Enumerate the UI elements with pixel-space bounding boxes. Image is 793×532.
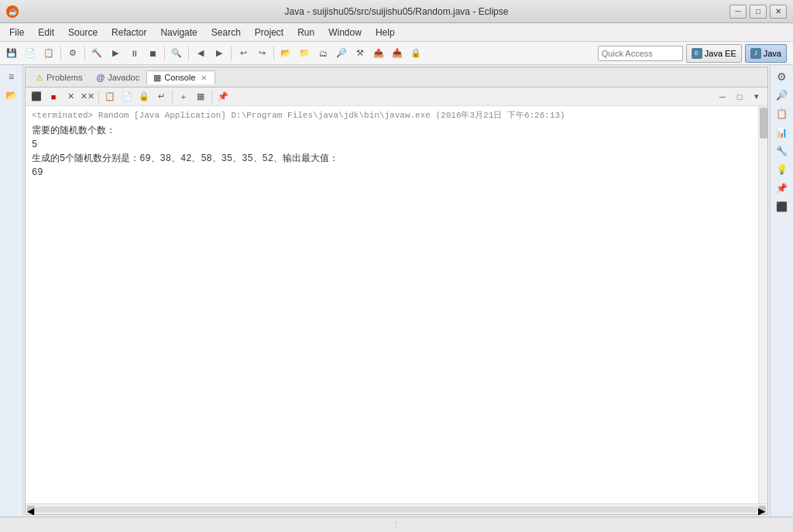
ctb-terminate-button[interactable]: ■ <box>46 89 61 105</box>
ctb-scroll-lock-button[interactable]: 🔒 <box>136 89 152 105</box>
toolbar-btn-6-0[interactable]: 📂 <box>277 45 294 62</box>
menu-item-refactor[interactable]: Refactor <box>105 26 153 39</box>
ctb-word-wrap-button[interactable]: ↵ <box>153 89 169 105</box>
right-icon-0[interactable]: ⚙ <box>774 68 791 85</box>
app-icon-text: ☕ <box>9 8 17 15</box>
console-tab-bar: ⚠ Problems @ Javadoc ▦ Console ✕ <box>26 67 767 88</box>
top-right-bar: E Java EE J Java <box>598 44 790 63</box>
menu-bar: FileEditSourceRefactorNavigateSearchProj… <box>0 23 793 42</box>
window-controls: ─ □ ✕ <box>729 5 787 19</box>
toolbar-btn-4-0[interactable]: ◀ <box>192 45 209 62</box>
toolbar-btn-6-5[interactable]: 📤 <box>370 45 387 62</box>
toolbar-btn-2-3[interactable]: ⏹ <box>144 45 161 62</box>
menu-item-project[interactable]: Project <box>249 26 290 39</box>
toolbar-btn-5-1[interactable]: ↪ <box>253 45 270 62</box>
java-ee-perspective-button[interactable]: E Java EE <box>686 44 742 63</box>
console-icon: ▦ <box>153 73 161 83</box>
output-line-2: 生成的5个随机数分别是：69、38、42、58、35、35、52、输出最大值： <box>32 152 752 166</box>
toolbar-sep-1 <box>60 46 61 60</box>
ctb-remove-all-button[interactable]: ✕✕ <box>80 89 95 105</box>
terminated-line: <terminated> Random [Java Application] D… <box>32 109 752 121</box>
h-scroll-track[interactable] <box>35 506 758 513</box>
ctb-sep-1 <box>98 91 99 103</box>
console-content[interactable]: <terminated> Random [Java Application] D… <box>26 106 758 503</box>
toolbar-btn-2-0[interactable]: 🔨 <box>88 45 105 62</box>
toolbar-sep-4 <box>188 46 189 60</box>
menu-item-search[interactable]: Search <box>205 26 247 39</box>
toolbar-btn-0-0[interactable]: 💾 <box>3 45 20 62</box>
menu-item-source[interactable]: Source <box>62 26 104 39</box>
left-sidebar-icon-1[interactable]: 📂 <box>3 87 20 104</box>
left-sidebar-icon-0[interactable]: ≡ <box>3 68 20 85</box>
tab-problems-label: Problems <box>46 73 82 82</box>
right-icon-1[interactable]: 🔎 <box>774 87 791 104</box>
toolbar-btn-6-1[interactable]: 📁 <box>296 45 313 62</box>
toolbar-btn-2-1[interactable]: ▶ <box>107 45 124 62</box>
ctb-maximize-button[interactable]: □ <box>732 89 747 105</box>
toolbar-btn-3-0[interactable]: 🔍 <box>168 45 185 62</box>
toolbar-btn-2-2[interactable]: ⏸ <box>125 45 142 62</box>
ctb-copy-button[interactable]: 📋 <box>102 89 118 105</box>
toolbar-sep-6 <box>273 46 274 60</box>
toolbar-btn-6-3[interactable]: 🔎 <box>333 45 350 62</box>
menu-item-window[interactable]: Window <box>322 26 368 39</box>
menu-item-run[interactable]: Run <box>291 26 321 39</box>
right-icon-4[interactable]: 🔧 <box>774 142 791 160</box>
scroll-thumb[interactable] <box>760 108 767 139</box>
toolbar-btn-6-7[interactable]: 🔒 <box>407 45 424 62</box>
maximize-button[interactable]: □ <box>750 5 767 19</box>
right-icon-3[interactable]: 📊 <box>774 124 791 141</box>
menu-item-file[interactable]: File <box>3 26 30 39</box>
java-label: Java <box>764 49 781 58</box>
menu-item-help[interactable]: Help <box>369 26 401 39</box>
h-scrollbar[interactable]: ◀ ▶ <box>26 503 767 514</box>
ctb-pin-button[interactable]: 📌 <box>215 89 231 105</box>
title-bar: ☕ Java - suijishu05/src/suijishu05/Rando… <box>0 0 793 23</box>
javadoc-icon: @ <box>96 73 105 82</box>
ctb-minimize-button[interactable]: ─ <box>715 89 730 105</box>
minimize-button[interactable]: ─ <box>729 5 747 19</box>
menu-item-edit[interactable]: Edit <box>32 26 60 39</box>
java-icon: J <box>750 48 761 59</box>
right-icon-6[interactable]: 📌 <box>774 180 791 197</box>
right-icon-2[interactable]: 📋 <box>774 105 791 122</box>
java-ee-icon: E <box>692 48 702 59</box>
tab-javadoc-label: Javadoc <box>108 73 139 82</box>
console-scroll-track[interactable] <box>758 106 767 503</box>
toolbar-btn-6-4[interactable]: ⚒ <box>352 45 369 62</box>
toolbar-btn-6-2[interactable]: 🗂 <box>314 45 331 62</box>
toolbar-sep-2 <box>84 46 85 60</box>
main-area: ≡ 📂 ⚠ Problems @ Javadoc ▦ Console ✕ <box>0 65 793 517</box>
tab-javadoc[interactable]: @ Javadoc <box>89 70 146 84</box>
java-perspective-button[interactable]: J Java <box>745 44 787 63</box>
right-icon-7[interactable]: ⬛ <box>774 198 791 215</box>
status-dots: ⋮ <box>392 520 401 529</box>
toolbar-btn-5-0[interactable]: ↩ <box>235 45 252 62</box>
right-icon-5[interactable]: 💡 <box>774 161 791 178</box>
java-ee-label: Java EE <box>705 49 736 58</box>
h-scroll-left[interactable]: ◀ <box>27 506 35 513</box>
left-sidebar: ≡ 📂 <box>0 65 23 517</box>
problems-icon: ⚠ <box>36 73 43 83</box>
menu-item-navigate[interactable]: Navigate <box>154 26 203 39</box>
ctb-paste-button[interactable]: 📄 <box>119 89 135 105</box>
toolbar-sep-5 <box>231 46 232 60</box>
toolbar-btn-0-1[interactable]: 📄 <box>22 45 39 62</box>
quick-access-input[interactable] <box>598 46 683 61</box>
toolbar-btn-6-6[interactable]: 📥 <box>389 45 406 62</box>
ctb-new-console-button[interactable]: + <box>176 89 191 105</box>
ctb-clear-button[interactable]: ⬛ <box>29 89 44 105</box>
ctb-view-menu-button[interactable]: ▾ <box>749 89 764 105</box>
ctb-console-view-button[interactable]: ▦ <box>193 89 208 105</box>
h-scroll-right[interactable]: ▶ <box>758 506 766 513</box>
tab-problems[interactable]: ⚠ Problems <box>29 70 89 84</box>
toolbar-btn-1-0[interactable]: ⚙ <box>64 45 81 62</box>
console-tab-close[interactable]: ✕ <box>199 74 208 82</box>
output-line-1: 5 <box>32 138 752 152</box>
tab-console-label: Console <box>164 73 195 82</box>
toolbar-btn-4-1[interactable]: ▶ <box>211 45 228 62</box>
close-button[interactable]: ✕ <box>770 5 787 19</box>
ctb-remove-button[interactable]: ✕ <box>63 89 78 105</box>
toolbar-btn-0-2[interactable]: 📋 <box>40 45 57 62</box>
tab-console[interactable]: ▦ Console ✕ <box>146 70 215 84</box>
